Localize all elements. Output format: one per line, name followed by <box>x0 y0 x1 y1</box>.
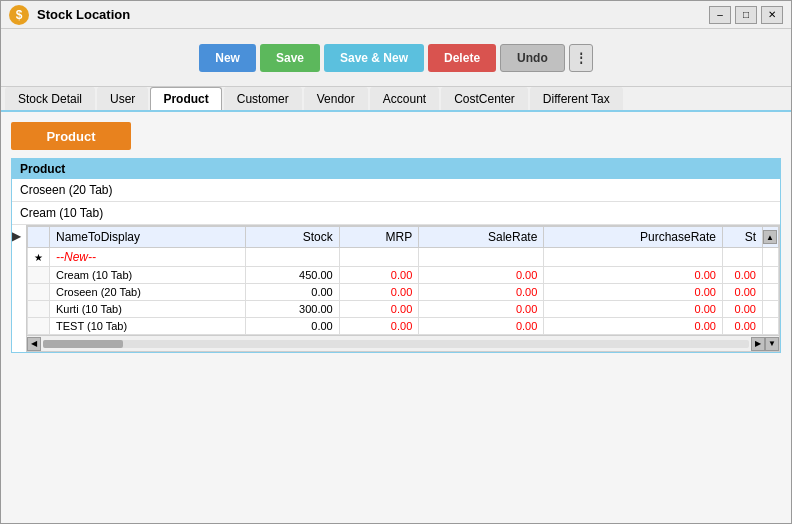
star-cell: ★ <box>28 248 50 267</box>
save-button[interactable]: Save <box>260 44 320 72</box>
row-salerate: 0.00 <box>419 267 544 284</box>
row-mrp: 0.00 <box>339 318 419 335</box>
tab-costcenter[interactable]: CostCenter <box>441 87 528 110</box>
grid-wrapper: NameToDisplay Stock MRP SaleRate Purchas… <box>26 225 780 352</box>
new-row-st <box>723 248 763 267</box>
hscroll-track <box>43 340 749 348</box>
row-stock: 0.00 <box>246 284 340 301</box>
vscroll-up[interactable]: ▲ <box>763 227 779 248</box>
row-purchaserate: 0.00 <box>544 267 723 284</box>
row-salerate: 0.00 <box>419 318 544 335</box>
tab-customer[interactable]: Customer <box>224 87 302 110</box>
new-row-mrp <box>339 248 419 267</box>
tab-different-tax[interactable]: Different Tax <box>530 87 623 110</box>
col-purchaserate: PurchaseRate <box>544 227 723 248</box>
table-row[interactable]: TEST (10 Tab) 0.00 0.00 0.00 0.00 0.00 <box>28 318 779 335</box>
tab-vendor[interactable]: Vendor <box>304 87 368 110</box>
row-mrp: 0.00 <box>339 267 419 284</box>
row-stock: 450.00 <box>246 267 340 284</box>
col-stock: Stock <box>246 227 340 248</box>
row-purchaserate: 0.00 <box>544 301 723 318</box>
app-icon: $ <box>9 5 29 25</box>
tab-bar: Stock Detail User Product Customer Vendo… <box>1 87 791 112</box>
toolbar: New Save Save & New Delete Undo ⋮ <box>1 29 791 87</box>
col-st: St <box>723 227 763 248</box>
window-title: Stock Location <box>37 7 709 22</box>
row-arrow-indicator: ▶ <box>12 225 26 243</box>
product-list: Croseen (20 Tab) Cream (10 Tab) <box>12 179 780 225</box>
row-name: TEST (10 Tab) <box>50 318 246 335</box>
horizontal-scrollbar: ◀ ▶ ▼ <box>26 336 780 352</box>
row-salerate: 0.00 <box>419 284 544 301</box>
row-purchaserate: 0.00 <box>544 318 723 335</box>
new-button[interactable]: New <box>199 44 256 72</box>
row-mrp: 0.00 <box>339 301 419 318</box>
row-mrp: 0.00 <box>339 284 419 301</box>
row-st: 0.00 <box>723 267 763 284</box>
row-purchaserate: 0.00 <box>544 284 723 301</box>
list-item[interactable]: Croseen (20 Tab) <box>12 179 780 202</box>
row-name: Cream (10 Tab) <box>50 267 246 284</box>
maximize-button[interactable]: □ <box>735 6 757 24</box>
new-row-salerate <box>419 248 544 267</box>
row-st: 0.00 <box>723 318 763 335</box>
grid-scroll-area[interactable]: NameToDisplay Stock MRP SaleRate Purchas… <box>26 225 780 336</box>
table-row[interactable]: Kurti (10 Tab) 300.00 0.00 0.00 0.00 0.0… <box>28 301 779 318</box>
list-item[interactable]: Cream (10 Tab) <box>12 202 780 225</box>
table-row[interactable]: Croseen (20 Tab) 0.00 0.00 0.00 0.00 0.0… <box>28 284 779 301</box>
hscroll-thumb[interactable] <box>43 340 123 348</box>
section-header: Product <box>12 159 780 179</box>
delete-button[interactable]: Delete <box>428 44 496 72</box>
new-row-purchaserate <box>544 248 723 267</box>
row-stock: 300.00 <box>246 301 340 318</box>
tab-account[interactable]: Account <box>370 87 439 110</box>
new-row-stock <box>246 248 340 267</box>
tab-product[interactable]: Product <box>150 87 221 110</box>
main-window: $ Stock Location – □ ✕ New Save Save & N… <box>0 0 792 524</box>
product-section: Product Croseen (20 Tab) Cream (10 Tab) … <box>11 158 781 353</box>
star-header <box>28 227 50 248</box>
row-name: Kurti (10 Tab) <box>50 301 246 318</box>
close-button[interactable]: ✕ <box>761 6 783 24</box>
scroll-right-button[interactable]: ▶ <box>751 337 765 351</box>
row-st: 0.00 <box>723 284 763 301</box>
more-options-button[interactable]: ⋮ <box>569 44 593 72</box>
product-button[interactable]: Product <box>11 122 131 150</box>
content-area: Product Product Croseen (20 Tab) Cream (… <box>1 112 791 523</box>
minimize-button[interactable]: – <box>709 6 731 24</box>
section-body: Croseen (20 Tab) Cream (10 Tab) ▶ <box>12 179 780 352</box>
new-row-vscroll <box>763 248 779 267</box>
row-salerate: 0.00 <box>419 301 544 318</box>
table-row[interactable]: Cream (10 Tab) 450.00 0.00 0.00 0.00 0.0… <box>28 267 779 284</box>
title-bar: $ Stock Location – □ ✕ <box>1 1 791 29</box>
window-controls: – □ ✕ <box>709 6 783 24</box>
grid-container-row: ▶ NameToDisplay Stock MRP <box>12 225 780 352</box>
scroll-left-button[interactable]: ◀ <box>27 337 41 351</box>
list-item-label: Cream (10 Tab) <box>20 206 103 220</box>
undo-button[interactable]: Undo <box>500 44 565 72</box>
list-item-label: Croseen (20 Tab) <box>20 183 113 197</box>
col-name: NameToDisplay <box>50 227 246 248</box>
save-new-button[interactable]: Save & New <box>324 44 424 72</box>
row-stock: 0.00 <box>246 318 340 335</box>
row-name: Croseen (20 Tab) <box>50 284 246 301</box>
product-grid: NameToDisplay Stock MRP SaleRate Purchas… <box>27 226 779 335</box>
grid-new-row[interactable]: ★ --New-- <box>28 248 779 267</box>
vscroll-down-button[interactable]: ▼ <box>765 337 779 351</box>
tab-user[interactable]: User <box>97 87 148 110</box>
col-salerate: SaleRate <box>419 227 544 248</box>
row-st: 0.00 <box>723 301 763 318</box>
tab-stock-detail[interactable]: Stock Detail <box>5 87 95 110</box>
col-mrp: MRP <box>339 227 419 248</box>
grid-header-row: NameToDisplay Stock MRP SaleRate Purchas… <box>28 227 779 248</box>
new-row-name[interactable]: --New-- <box>50 248 246 267</box>
